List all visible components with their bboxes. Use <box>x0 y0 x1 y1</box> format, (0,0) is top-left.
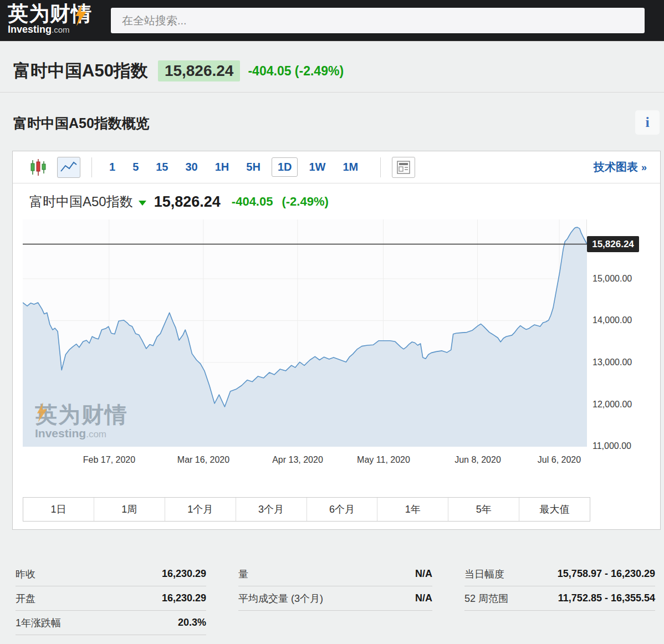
stat-row: 量N/A <box>238 562 432 586</box>
x-axis-label: Apr 13, 2020 <box>256 455 339 465</box>
chart-price: 15,826.24 <box>154 193 221 211</box>
logo-en-text: Investing.com <box>8 24 113 35</box>
price-chart-plot[interactable]: 英为财情 Investing.com <box>23 219 587 447</box>
instrument-change: -404.05 (-2.49%) <box>248 64 344 79</box>
logo-cn-text: 英为财情 <box>8 3 113 25</box>
stat-row: 平均成交量 (3个月)N/A <box>238 586 432 611</box>
instrument-price: 15,826.24 <box>158 60 241 81</box>
range-button-1年[interactable]: 1年 <box>377 498 448 521</box>
y-axis-label: 11,000.00 <box>593 441 631 451</box>
chart-instrument-name: 富时中国A50指数 <box>29 193 133 211</box>
range-button-6个月[interactable]: 6个月 <box>307 498 378 521</box>
x-axis-label: Jul 6, 2020 <box>518 455 601 465</box>
interval-button-5[interactable]: 5 <box>126 157 145 177</box>
toolbar-separator <box>91 157 92 177</box>
interval-group: 1515301H5H1D1W1M <box>103 157 369 177</box>
line-chart-button[interactable] <box>57 157 80 178</box>
chart-change-pct: (-2.49%) <box>282 195 328 209</box>
stat-label: 昨收 <box>16 568 35 581</box>
y-axis-label: 15,000.00 <box>593 274 632 284</box>
x-axis-label: May 11, 2020 <box>342 455 425 465</box>
interval-button-15[interactable]: 15 <box>150 157 174 177</box>
line-chart-icon <box>59 159 78 176</box>
stat-row: 开盘16,230.29 <box>16 586 206 611</box>
x-axis-label: Jun 8, 2020 <box>436 455 519 465</box>
news-view-button[interactable] <box>392 157 415 178</box>
stat-label: 量 <box>238 568 248 581</box>
y-axis-label: 14,000.00 <box>593 315 632 325</box>
area-chart <box>23 219 587 447</box>
instrument-header: 富时中国A50指数 15,826.24 -404.05 (-2.49%) <box>13 55 344 86</box>
instrument-name: 富时中国A50指数 <box>13 59 148 83</box>
stat-value: 16,230.29 <box>162 592 206 604</box>
x-axis-label: Mar 16, 2020 <box>162 455 245 465</box>
stat-label: 1年涨跌幅 <box>16 616 61 630</box>
technical-chart-link[interactable]: 技术图表» <box>594 160 647 175</box>
candlestick-chart-icon[interactable] <box>30 159 46 176</box>
newspaper-icon <box>396 160 411 175</box>
toolbar-separator <box>380 157 381 177</box>
search-input[interactable] <box>111 8 645 33</box>
stat-value: N/A <box>415 568 432 580</box>
stat-value: 11,752.85 - 16,355.54 <box>558 592 655 604</box>
y-axis: 15,000.0014,000.0013,000.0012,000.0011,0… <box>587 219 660 452</box>
stat-row: 当日幅度15,758.97 - 16,230.29 <box>464 562 655 586</box>
stats-column-1: 昨收16,230.29开盘16,230.291年涨跌幅20.3% <box>16 562 206 635</box>
overview-section-title: 富时中国A50指数概览 <box>13 114 150 132</box>
interval-button-1W[interactable]: 1W <box>303 157 331 177</box>
divider <box>0 92 664 93</box>
stat-value: 20.3% <box>178 617 206 628</box>
interval-button-1[interactable]: 1 <box>103 157 121 177</box>
x-axis-label: Feb 17, 2020 <box>68 455 151 465</box>
stat-value: 16,230.29 <box>162 568 206 580</box>
y-axis-label: 12,000.00 <box>593 400 632 410</box>
interval-button-1H[interactable]: 1H <box>209 157 236 177</box>
stat-row: 昨收16,230.29 <box>16 562 206 586</box>
chart-toolbar: 1515301H5H1D1W1M 技术图表» <box>13 151 660 183</box>
y-axis-label: 13,000.00 <box>593 357 632 367</box>
chart-title-row: 富时中国A50指数 15,826.24 -404.05 (-2.49%) <box>29 188 329 216</box>
range-button-最大值[interactable]: 最大值 <box>519 498 590 521</box>
stat-row: 52 周范围11,752.85 - 16,355.54 <box>464 586 655 611</box>
site-header: 英为财情 Investing.com <box>0 0 664 42</box>
interval-button-5H[interactable]: 5H <box>240 157 267 177</box>
stat-value: 15,758.97 - 16,230.29 <box>558 568 655 580</box>
stat-label: 平均成交量 (3个月) <box>238 592 323 605</box>
interval-button-30[interactable]: 30 <box>180 157 204 177</box>
site-logo[interactable]: 英为财情 Investing.com <box>8 3 113 35</box>
chart-widget: 1515301H5H1D1W1M 技术图表» 富时中国A50指数 15,826.… <box>12 151 661 530</box>
stat-label: 52 周范围 <box>464 592 508 605</box>
stats-column-2: 量N/A平均成交量 (3个月)N/A <box>238 562 432 611</box>
range-button-3个月[interactable]: 3个月 <box>236 498 307 521</box>
interval-button-1D[interactable]: 1D <box>272 157 298 177</box>
range-button-1个月[interactable]: 1个月 <box>165 498 236 521</box>
stat-label: 开盘 <box>16 592 35 605</box>
interval-button-1M[interactable]: 1M <box>336 157 364 177</box>
chart-change: -404.05 <box>232 195 273 209</box>
stats-column-3: 当日幅度15,758.97 - 16,230.2952 周范围11,752.85… <box>464 562 655 611</box>
stat-row: 1年涨跌幅20.3% <box>16 611 206 635</box>
stat-label: 当日幅度 <box>464 568 504 581</box>
stat-value: N/A <box>415 592 432 604</box>
info-button[interactable]: i <box>635 110 660 135</box>
range-button-row: 1日1周1个月3个月6个月1年5年最大值 <box>23 497 590 522</box>
range-button-1日[interactable]: 1日 <box>23 498 94 521</box>
range-button-5年[interactable]: 5年 <box>448 498 519 521</box>
range-button-1周[interactable]: 1周 <box>94 498 165 521</box>
x-axis: Feb 17, 2020Mar 16, 2020Apr 13, 2020May … <box>23 455 587 469</box>
lightning-bolt-icon <box>73 4 88 26</box>
down-arrow-icon <box>139 201 146 206</box>
last-price-tag: 15,826.24 <box>587 236 639 252</box>
